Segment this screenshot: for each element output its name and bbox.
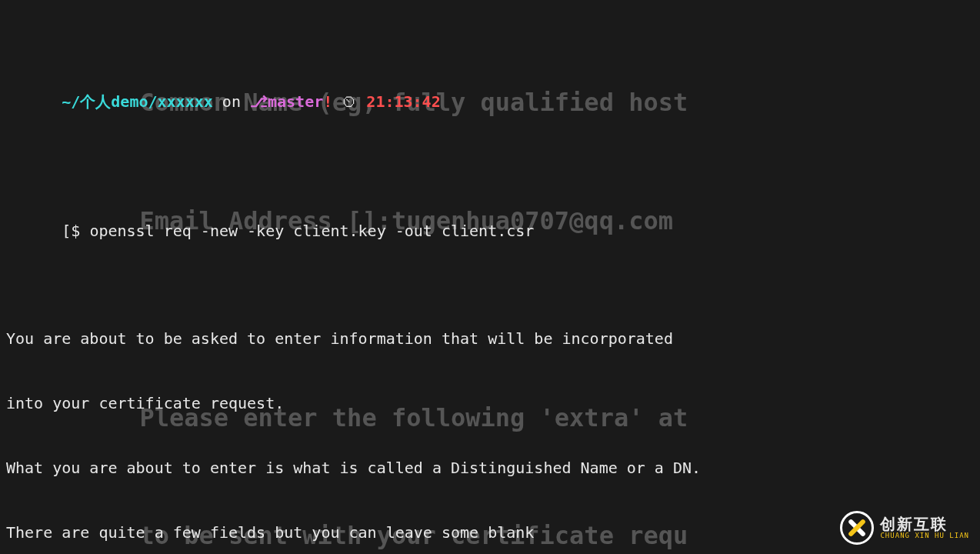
output-line: You are about to be asked to enter infor…	[6, 328, 974, 349]
output-line: into your certificate request.	[6, 392, 974, 414]
command-line-1: [$ openssl req -new -key client.key -out…	[6, 199, 974, 263]
terminal-output[interactable]: ~/个人demo/xxxxxx on ⎇master! ⏲ 21:13:42 […	[0, 0, 980, 554]
output-line: What you are about to enter is what is c…	[6, 457, 974, 479]
watermark: 创新互联 CHUANG XIN HU LIAN	[840, 511, 969, 545]
command-text: openssl req -new -key client.key -out cl…	[89, 222, 534, 240]
watermark-logo-icon	[840, 511, 874, 545]
watermark-title: 创新互联	[880, 516, 969, 532]
watermark-subtitle: CHUANG XIN HU LIAN	[880, 532, 969, 540]
git-branch: master	[268, 92, 323, 111]
prompt-time: 21:13:42	[366, 92, 440, 111]
output-line: There are quite a few fields but you can…	[6, 522, 974, 543]
branch-icon: ⎇	[250, 92, 268, 111]
cwd-path: ~/个人demo/xxxxxx	[62, 92, 213, 111]
clock-icon: ⏲	[332, 92, 366, 111]
prompt-line-1: ~/个人demo/xxxxxx on ⎇master! ⏲ 21:13:42	[6, 69, 974, 134]
terminal-window[interactable]: Common Name (eg, fully qualified host Em…	[0, 0, 980, 554]
